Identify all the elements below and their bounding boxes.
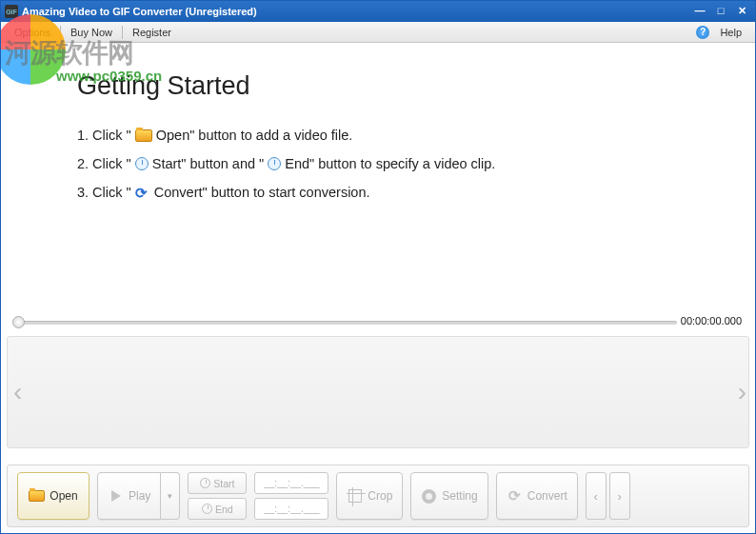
menu-separator [60,26,61,39]
preview-prev-button[interactable]: ‹ [13,377,22,407]
gear-icon [422,489,436,504]
menu-help[interactable]: Help [712,25,749,40]
maximize-button[interactable]: □ [711,5,730,18]
clock-end-icon [268,157,281,170]
crop-button[interactable]: Crop [336,472,403,520]
getting-started-panel: Getting Started 1. Click " Open" button … [1,43,755,311]
convert-button[interactable]: ⟳ Convert [496,472,578,520]
start-time-field[interactable]: __:__:__.___ [254,472,328,494]
step-3: 3. Click " ⟳ Convert" button to start co… [77,185,688,200]
timeline-knob[interactable] [12,316,25,328]
bottom-toolbar: Open Play ▾ Start End __:__:__.___ __:__… [7,465,749,527]
help-icon: ? [696,26,709,39]
preview-strip: ‹ › [7,336,749,448]
step-2: 2. Click " Start" button and " End" butt… [77,156,688,171]
menu-register[interactable]: Register [125,25,179,40]
play-dropdown[interactable]: ▾ [161,472,180,520]
folder-icon [135,129,152,142]
timeline-track[interactable] [16,321,677,325]
app-icon: GIF [5,5,18,18]
folder-icon [29,490,45,502]
window-title: Amazing Video to GIF Converter (Unregist… [22,6,688,17]
end-button[interactable]: End [188,498,247,520]
clock-start-icon [135,157,149,170]
close-button[interactable]: ✕ [732,5,751,18]
play-icon [111,490,121,502]
timeline: 00:00:00.000 [7,311,749,332]
menu-bar: Options Buy Now Register ? Help [1,22,755,43]
play-button[interactable]: Play [97,472,161,520]
minimize-button[interactable]: — [690,5,709,18]
menu-separator [122,26,123,39]
menu-options[interactable]: Options [7,25,58,40]
menu-buy-now[interactable]: Buy Now [63,25,120,40]
timeline-time: 00:00:00.000 [681,315,742,326]
step-1: 1. Click " Open" button to add a video f… [77,128,688,143]
title-bar: GIF Amazing Video to GIF Converter (Unre… [1,1,755,22]
crop-icon [348,489,362,503]
open-button[interactable]: Open [17,472,90,520]
clock-icon [200,478,210,488]
clock-icon [202,504,212,514]
end-time-field[interactable]: __:__:__.___ [254,498,328,520]
nav-next-button[interactable]: › [609,472,630,520]
convert-icon: ⟳ [507,488,523,504]
nav-prev-button[interactable]: ‹ [586,472,607,520]
preview-next-button[interactable]: › [738,377,746,407]
convert-icon: ⟳ [135,185,150,200]
page-title: Getting Started [77,71,688,101]
setting-button[interactable]: Setting [410,472,487,520]
start-button[interactable]: Start [188,472,247,494]
